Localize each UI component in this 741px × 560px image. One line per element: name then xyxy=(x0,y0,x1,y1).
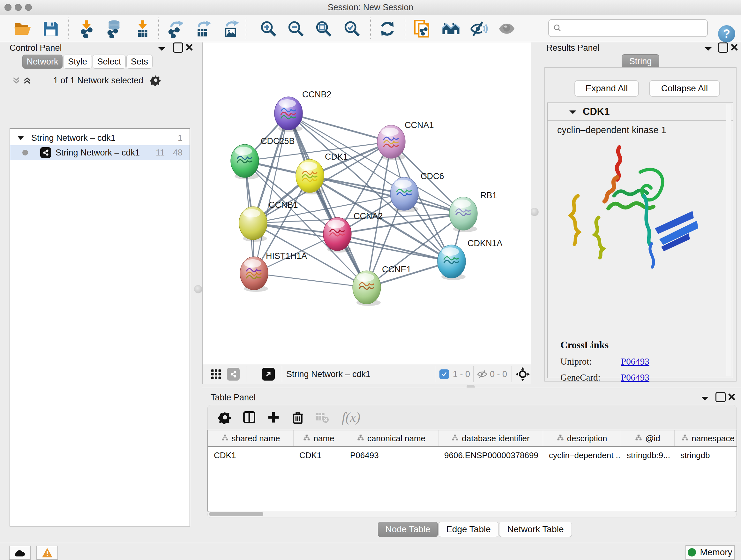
search-field[interactable] xyxy=(548,19,708,37)
scrollbar-thumb[interactable] xyxy=(209,512,263,516)
import-network-from-database-icon[interactable] xyxy=(104,19,123,39)
results-panel: Results Panel String Expand All Collapse… xyxy=(539,43,741,385)
right-splitter-grip[interactable] xyxy=(530,208,539,216)
hidden-eye-icon[interactable] xyxy=(476,369,488,380)
tab-network[interactable]: Network xyxy=(22,55,63,69)
export-table-icon[interactable] xyxy=(193,19,212,39)
column-header-label: namespace xyxy=(691,434,734,443)
table-cell[interactable]: P06493 xyxy=(344,447,439,463)
grid-view-icon[interactable] xyxy=(210,368,222,380)
table-cell[interactable]: stringdb xyxy=(675,447,737,463)
expand-all-button[interactable]: Expand All xyxy=(575,80,639,97)
table-toolbar: f(x) xyxy=(207,405,737,430)
delete-column-trash-icon[interactable] xyxy=(288,408,307,427)
table-cell[interactable]: CDK1 xyxy=(208,447,293,463)
tab-network-table[interactable]: Network Table xyxy=(499,522,572,537)
export-network-icon[interactable] xyxy=(165,19,185,39)
table-cell[interactable]: cyclin–dependent ... xyxy=(543,447,621,463)
cloud-status-button[interactable] xyxy=(9,546,30,560)
fit-content-crosshair-icon[interactable] xyxy=(515,367,530,381)
network-canvas[interactable]: CCNB2CCNA1CDC25BCDK1CDC6RB1CCNB1CCNA2CDK… xyxy=(203,43,531,364)
network-options-gear-icon[interactable] xyxy=(150,74,161,86)
results-scrollbar[interactable] xyxy=(726,105,731,376)
close-panel-icon[interactable] xyxy=(185,43,193,51)
gene-section-header[interactable]: CDK1 xyxy=(548,103,733,121)
share-document-icon[interactable] xyxy=(412,19,432,39)
table-horizontal-scrollbar[interactable] xyxy=(207,511,737,518)
float-window-icon[interactable] xyxy=(716,392,726,402)
column-header-database-identifier[interactable]: database identifier xyxy=(439,430,543,446)
open-session-icon[interactable] xyxy=(13,19,32,39)
node-CCNB2[interactable]: CCNB2 xyxy=(274,90,332,132)
node-RB1[interactable]: RB1 xyxy=(449,191,497,232)
section-collapse-icon[interactable] xyxy=(569,110,577,115)
column-header-canonical-name[interactable]: canonical name xyxy=(344,430,439,446)
edge-CCNB2-CCNE1[interactable] xyxy=(288,113,367,287)
table-cell[interactable]: stringdb:9... xyxy=(621,447,675,463)
homes-icon[interactable] xyxy=(441,19,461,39)
collapse-all-button[interactable]: Collapse All xyxy=(649,80,720,97)
edge-CCNA2-CDKN1A[interactable] xyxy=(337,234,452,261)
show-columns-icon[interactable] xyxy=(240,408,259,427)
float-window-icon[interactable] xyxy=(718,43,728,53)
table-cell[interactable]: 9606.ENSP00000378699 xyxy=(439,447,543,463)
network-collection-row[interactable]: String Network – cdk1 1 xyxy=(10,131,190,145)
crosslink-link[interactable]: P06493 xyxy=(621,356,650,367)
tab-edge-table[interactable]: Edge Table xyxy=(439,522,498,537)
zoom-selected-icon[interactable] xyxy=(342,19,362,39)
tab-sets[interactable]: Sets xyxy=(126,55,152,69)
node-table[interactable]: shared namenamecanonical namedatabase id… xyxy=(207,430,737,511)
zoom-out-icon[interactable] xyxy=(286,19,306,39)
show-all-icon[interactable] xyxy=(497,19,517,39)
float-menu-icon[interactable] xyxy=(158,46,166,51)
add-column-icon[interactable] xyxy=(264,408,283,427)
tab-style[interactable]: Style xyxy=(63,55,92,69)
node-HIST1H1A[interactable]: HIST1H1A xyxy=(240,251,307,292)
crosslink-link[interactable]: P06493 xyxy=(621,372,650,383)
import-network-icon[interactable] xyxy=(77,19,96,39)
hide-selected-icon[interactable] xyxy=(469,19,488,39)
column-header-shared-name[interactable]: shared name xyxy=(208,430,293,446)
node-CCNA1[interactable]: CCNA1 xyxy=(377,120,434,160)
table-cell[interactable]: CDK1 xyxy=(293,447,344,463)
help-icon[interactable]: ? xyxy=(718,25,735,43)
edge-CCNE1-HIST1H1A[interactable] xyxy=(254,273,367,287)
collapse-all-icon[interactable] xyxy=(11,76,21,85)
save-session-icon[interactable] xyxy=(41,19,61,39)
open-in-new-window-icon[interactable] xyxy=(262,368,275,381)
network-row-selected[interactable]: String Network – cdk1 11 48 xyxy=(10,145,190,160)
zoom-in-icon[interactable] xyxy=(259,19,278,39)
memory-button[interactable]: Memory xyxy=(685,545,735,560)
node-CDC25B[interactable]: CDC25B xyxy=(231,136,295,179)
float-menu-icon[interactable] xyxy=(701,396,709,401)
float-window-icon[interactable] xyxy=(173,43,183,53)
export-image-icon[interactable] xyxy=(221,19,241,39)
column-header--id[interactable]: @id xyxy=(621,430,675,446)
column-network-icon xyxy=(221,434,228,443)
float-menu-icon[interactable] xyxy=(704,46,712,51)
left-splitter-grip[interactable] xyxy=(194,285,202,294)
column-header-name[interactable]: name xyxy=(293,430,344,446)
close-panel-icon[interactable] xyxy=(730,43,738,51)
table-options-gear-icon[interactable] xyxy=(215,408,234,427)
expand-all-icon[interactable] xyxy=(22,76,32,85)
node-CDKN1A[interactable]: CDKN1A xyxy=(437,239,502,280)
tab-select[interactable]: Select xyxy=(92,55,126,69)
node-CCNE1[interactable]: CCNE1 xyxy=(353,265,411,306)
search-input[interactable] xyxy=(562,21,707,35)
column-header-description[interactable]: description xyxy=(543,430,621,446)
table-row[interactable]: CDK1CDK1P064939606.ENSP00000378699cyclin… xyxy=(208,447,737,463)
tree-expand-icon[interactable] xyxy=(17,135,24,140)
import-table-icon[interactable] xyxy=(133,19,152,39)
node-CCNB1[interactable]: CCNB1 xyxy=(239,200,298,242)
tab-node-table[interactable]: Node Table xyxy=(378,522,438,537)
crosslinks-title: CrossLinks xyxy=(560,339,726,351)
warnings-button[interactable] xyxy=(37,546,58,560)
column-header-namespace[interactable]: namespace xyxy=(675,430,737,446)
selected-checkbox-icon[interactable] xyxy=(440,369,449,379)
tab-string[interactable]: String xyxy=(622,54,659,68)
close-panel-icon[interactable] xyxy=(728,393,736,401)
zoom-fit-icon[interactable] xyxy=(314,19,333,39)
string-view-icon[interactable] xyxy=(227,368,240,381)
refresh-icon[interactable] xyxy=(378,19,397,39)
